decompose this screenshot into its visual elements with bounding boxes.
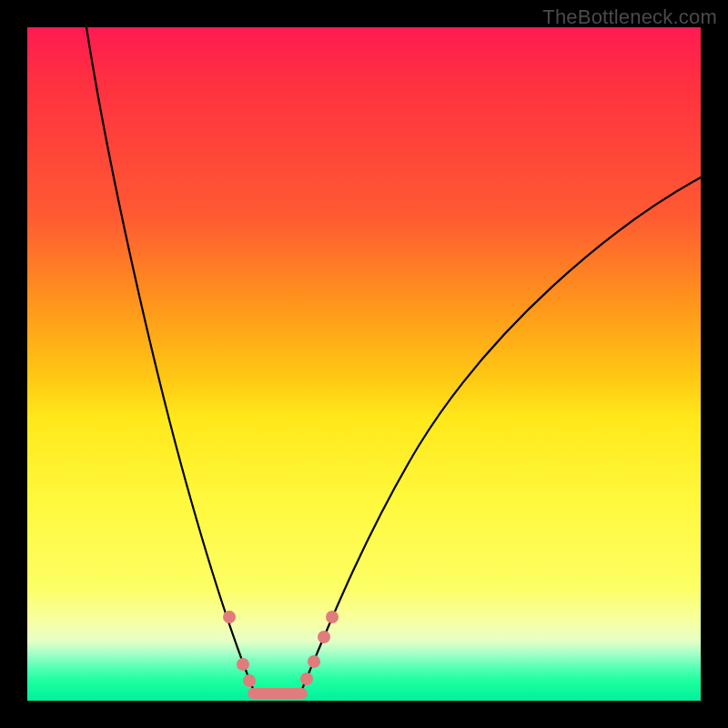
watermark-text: TheBottleneck.com [542,5,717,29]
bead-right-2 [308,655,320,668]
bead-right-3 [318,631,330,643]
bead-left-1 [223,611,236,623]
chart-frame: TheBottleneck.com [0,0,728,728]
bead-left-2 [237,658,249,671]
right-curve [300,177,701,693]
left-curve [86,27,255,693]
curve-layer [27,27,701,701]
bead-right-1 [300,672,313,685]
plot-area [27,27,701,701]
bead-left-3 [243,674,256,687]
bead-right-4 [326,611,339,623]
